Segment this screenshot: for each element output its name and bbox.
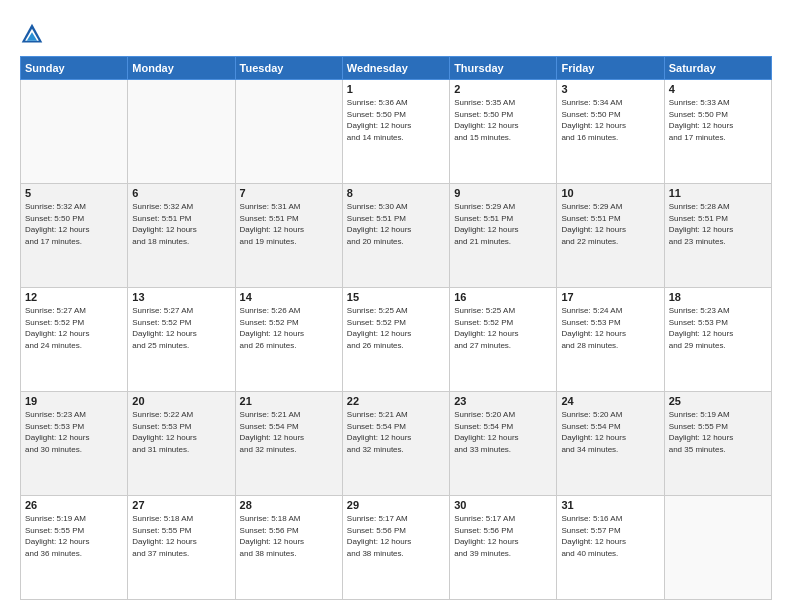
day-detail: Sunrise: 5:30 AM Sunset: 5:51 PM Dayligh… [347, 201, 445, 247]
calendar-cell: 22Sunrise: 5:21 AM Sunset: 5:54 PM Dayli… [342, 392, 449, 496]
day-detail: Sunrise: 5:25 AM Sunset: 5:52 PM Dayligh… [347, 305, 445, 351]
day-detail: Sunrise: 5:29 AM Sunset: 5:51 PM Dayligh… [561, 201, 659, 247]
calendar-cell: 19Sunrise: 5:23 AM Sunset: 5:53 PM Dayli… [21, 392, 128, 496]
day-detail: Sunrise: 5:31 AM Sunset: 5:51 PM Dayligh… [240, 201, 338, 247]
day-detail: Sunrise: 5:35 AM Sunset: 5:50 PM Dayligh… [454, 97, 552, 143]
day-number: 29 [347, 499, 445, 511]
day-number: 31 [561, 499, 659, 511]
calendar-cell: 30Sunrise: 5:17 AM Sunset: 5:56 PM Dayli… [450, 496, 557, 600]
calendar-cell: 26Sunrise: 5:19 AM Sunset: 5:55 PM Dayli… [21, 496, 128, 600]
calendar-cell [235, 80, 342, 184]
calendar-cell: 1Sunrise: 5:36 AM Sunset: 5:50 PM Daylig… [342, 80, 449, 184]
day-detail: Sunrise: 5:34 AM Sunset: 5:50 PM Dayligh… [561, 97, 659, 143]
day-detail: Sunrise: 5:16 AM Sunset: 5:57 PM Dayligh… [561, 513, 659, 559]
day-number: 28 [240, 499, 338, 511]
day-detail: Sunrise: 5:27 AM Sunset: 5:52 PM Dayligh… [25, 305, 123, 351]
weekday-header-monday: Monday [128, 57, 235, 80]
calendar-cell: 5Sunrise: 5:32 AM Sunset: 5:50 PM Daylig… [21, 184, 128, 288]
day-detail: Sunrise: 5:18 AM Sunset: 5:55 PM Dayligh… [132, 513, 230, 559]
day-number: 20 [132, 395, 230, 407]
day-number: 1 [347, 83, 445, 95]
day-detail: Sunrise: 5:23 AM Sunset: 5:53 PM Dayligh… [669, 305, 767, 351]
day-number: 10 [561, 187, 659, 199]
day-detail: Sunrise: 5:21 AM Sunset: 5:54 PM Dayligh… [240, 409, 338, 455]
calendar-cell: 31Sunrise: 5:16 AM Sunset: 5:57 PM Dayli… [557, 496, 664, 600]
calendar-cell: 27Sunrise: 5:18 AM Sunset: 5:55 PM Dayli… [128, 496, 235, 600]
day-number: 5 [25, 187, 123, 199]
calendar-cell: 3Sunrise: 5:34 AM Sunset: 5:50 PM Daylig… [557, 80, 664, 184]
calendar-cell: 18Sunrise: 5:23 AM Sunset: 5:53 PM Dayli… [664, 288, 771, 392]
calendar-cell: 4Sunrise: 5:33 AM Sunset: 5:50 PM Daylig… [664, 80, 771, 184]
calendar-cell: 9Sunrise: 5:29 AM Sunset: 5:51 PM Daylig… [450, 184, 557, 288]
day-detail: Sunrise: 5:20 AM Sunset: 5:54 PM Dayligh… [561, 409, 659, 455]
weekday-header-tuesday: Tuesday [235, 57, 342, 80]
header [20, 18, 772, 46]
calendar-cell [664, 496, 771, 600]
weekday-header-wednesday: Wednesday [342, 57, 449, 80]
day-number: 24 [561, 395, 659, 407]
day-detail: Sunrise: 5:36 AM Sunset: 5:50 PM Dayligh… [347, 97, 445, 143]
day-number: 17 [561, 291, 659, 303]
day-number: 7 [240, 187, 338, 199]
day-number: 22 [347, 395, 445, 407]
day-number: 3 [561, 83, 659, 95]
day-number: 12 [25, 291, 123, 303]
day-number: 15 [347, 291, 445, 303]
day-number: 21 [240, 395, 338, 407]
calendar-table: SundayMondayTuesdayWednesdayThursdayFrid… [20, 56, 772, 600]
calendar-cell: 24Sunrise: 5:20 AM Sunset: 5:54 PM Dayli… [557, 392, 664, 496]
day-detail: Sunrise: 5:17 AM Sunset: 5:56 PM Dayligh… [347, 513, 445, 559]
calendar-cell: 20Sunrise: 5:22 AM Sunset: 5:53 PM Dayli… [128, 392, 235, 496]
day-number: 2 [454, 83, 552, 95]
weekday-header-friday: Friday [557, 57, 664, 80]
day-number: 4 [669, 83, 767, 95]
day-detail: Sunrise: 5:18 AM Sunset: 5:56 PM Dayligh… [240, 513, 338, 559]
calendar-week-2: 5Sunrise: 5:32 AM Sunset: 5:50 PM Daylig… [21, 184, 772, 288]
calendar-week-5: 26Sunrise: 5:19 AM Sunset: 5:55 PM Dayli… [21, 496, 772, 600]
weekday-header-row: SundayMondayTuesdayWednesdayThursdayFrid… [21, 57, 772, 80]
logo-icon [20, 22, 44, 46]
calendar-cell: 21Sunrise: 5:21 AM Sunset: 5:54 PM Dayli… [235, 392, 342, 496]
day-detail: Sunrise: 5:32 AM Sunset: 5:50 PM Dayligh… [25, 201, 123, 247]
logo [20, 22, 48, 46]
calendar-cell: 14Sunrise: 5:26 AM Sunset: 5:52 PM Dayli… [235, 288, 342, 392]
day-number: 19 [25, 395, 123, 407]
day-detail: Sunrise: 5:28 AM Sunset: 5:51 PM Dayligh… [669, 201, 767, 247]
calendar-cell: 28Sunrise: 5:18 AM Sunset: 5:56 PM Dayli… [235, 496, 342, 600]
day-number: 16 [454, 291, 552, 303]
calendar-cell: 16Sunrise: 5:25 AM Sunset: 5:52 PM Dayli… [450, 288, 557, 392]
day-detail: Sunrise: 5:22 AM Sunset: 5:53 PM Dayligh… [132, 409, 230, 455]
calendar-cell: 11Sunrise: 5:28 AM Sunset: 5:51 PM Dayli… [664, 184, 771, 288]
calendar-cell: 12Sunrise: 5:27 AM Sunset: 5:52 PM Dayli… [21, 288, 128, 392]
day-detail: Sunrise: 5:19 AM Sunset: 5:55 PM Dayligh… [25, 513, 123, 559]
day-detail: Sunrise: 5:23 AM Sunset: 5:53 PM Dayligh… [25, 409, 123, 455]
day-detail: Sunrise: 5:25 AM Sunset: 5:52 PM Dayligh… [454, 305, 552, 351]
day-number: 11 [669, 187, 767, 199]
day-detail: Sunrise: 5:19 AM Sunset: 5:55 PM Dayligh… [669, 409, 767, 455]
day-detail: Sunrise: 5:29 AM Sunset: 5:51 PM Dayligh… [454, 201, 552, 247]
day-detail: Sunrise: 5:17 AM Sunset: 5:56 PM Dayligh… [454, 513, 552, 559]
calendar-cell: 29Sunrise: 5:17 AM Sunset: 5:56 PM Dayli… [342, 496, 449, 600]
weekday-header-saturday: Saturday [664, 57, 771, 80]
day-number: 6 [132, 187, 230, 199]
day-number: 18 [669, 291, 767, 303]
calendar-cell: 23Sunrise: 5:20 AM Sunset: 5:54 PM Dayli… [450, 392, 557, 496]
day-number: 26 [25, 499, 123, 511]
calendar-cell: 25Sunrise: 5:19 AM Sunset: 5:55 PM Dayli… [664, 392, 771, 496]
day-number: 13 [132, 291, 230, 303]
day-detail: Sunrise: 5:33 AM Sunset: 5:50 PM Dayligh… [669, 97, 767, 143]
calendar-cell: 8Sunrise: 5:30 AM Sunset: 5:51 PM Daylig… [342, 184, 449, 288]
calendar-cell: 17Sunrise: 5:24 AM Sunset: 5:53 PM Dayli… [557, 288, 664, 392]
calendar-cell: 2Sunrise: 5:35 AM Sunset: 5:50 PM Daylig… [450, 80, 557, 184]
day-detail: Sunrise: 5:32 AM Sunset: 5:51 PM Dayligh… [132, 201, 230, 247]
calendar-cell [128, 80, 235, 184]
day-number: 23 [454, 395, 552, 407]
day-detail: Sunrise: 5:27 AM Sunset: 5:52 PM Dayligh… [132, 305, 230, 351]
day-detail: Sunrise: 5:21 AM Sunset: 5:54 PM Dayligh… [347, 409, 445, 455]
day-number: 8 [347, 187, 445, 199]
calendar-cell: 6Sunrise: 5:32 AM Sunset: 5:51 PM Daylig… [128, 184, 235, 288]
calendar-week-1: 1Sunrise: 5:36 AM Sunset: 5:50 PM Daylig… [21, 80, 772, 184]
weekday-header-thursday: Thursday [450, 57, 557, 80]
day-detail: Sunrise: 5:24 AM Sunset: 5:53 PM Dayligh… [561, 305, 659, 351]
calendar-cell: 15Sunrise: 5:25 AM Sunset: 5:52 PM Dayli… [342, 288, 449, 392]
